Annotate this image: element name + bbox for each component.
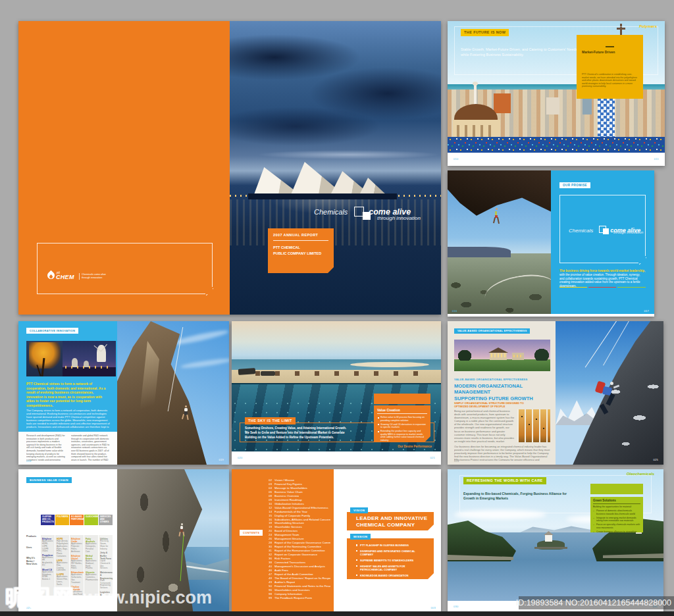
cover-report-line: 2007 ANNUAL REPORT: [273, 233, 334, 238]
refresh-tag: REFRESHING THE WORLD WITH CARE: [463, 477, 546, 484]
future-caption-2: while Fostering Business Sustainability.: [461, 53, 524, 57]
back-cover-page: ptt CHEM Chemicals come alive through in…: [18, 21, 230, 315]
green-bullets: Pioneer of domestic oleochemicals busine…: [593, 509, 640, 532]
future-box-body: PTT Chemical's combination in establishi…: [582, 73, 638, 88]
value-box-top: [374, 394, 430, 404]
promise-page: OUR PROMISE Chemicals come alive through…: [551, 170, 654, 317]
future-info-box: Market-Future Driven PTT Chemical's comb…: [577, 35, 643, 99]
modern-title: MODERN ORGANIZATIONAL MANAGEMENT SUPPORT…: [454, 383, 550, 401]
collab-col-2: nationwide and global R&D network throug…: [71, 434, 111, 461]
promise-body: The business driving force towards world…: [559, 269, 646, 288]
toc-row: 99 The Feedback Request Form: [266, 596, 330, 600]
page-number-left: 010: [454, 157, 459, 161]
vision-box: LEADER AND INNOVATIVE CHEMICAL COMPANY: [347, 512, 434, 530]
page-number-right: 021: [430, 456, 435, 459]
page-number-left: 016: [452, 309, 457, 313]
design-board: ptt CHEM Chemicals come alive through in…: [0, 0, 674, 616]
spread-collab: COLLABORATIVE INNOVATION PTT Chemical st…: [18, 321, 229, 465]
sky-tag: THE SKY IS THE LIMIT: [245, 417, 296, 424]
photo-overhang-climber: 016: [448, 170, 551, 317]
vision-line-1: LEADER AND INNOVATIVE: [356, 515, 434, 522]
brand-through: through innovation: [377, 215, 421, 221]
footer-strip: 020 021: [232, 451, 441, 465]
mission-item: Supreme benefits to stakeholders: [356, 559, 428, 562]
photo-park-guell: THE FUTURE IS NOW Stable Growth, Market-…: [448, 21, 665, 153]
mission-item: PTT flagship in olefins business: [356, 544, 428, 547]
stock-id-text: ID:19893584 NO:20160412165444828000: [516, 598, 671, 607]
mission-item: Knowledge-based organization: [356, 574, 428, 577]
vc-row-labels: ProductsUsesWhy It's Better / New Uses: [26, 535, 39, 574]
mission-box: PTT flagship in olefins businessDiversif…: [347, 538, 434, 579]
page-number-right: 011: [654, 157, 659, 161]
modern-para-1: Being our petrochemical and chemical bus…: [454, 409, 515, 444]
mission-item: Diversified and integrated chemical comp…: [356, 550, 428, 556]
green-box-intro: Building the opportunities for material:: [593, 505, 640, 509]
stock-id-bar: ID:19893584 NO:20160412165444828000: [519, 596, 674, 609]
green-box: Green Solutions Building the opportuniti…: [590, 497, 643, 532]
brand-chemicals: Chemicals: [314, 208, 348, 216]
nipic-site-name: 昵图网: [5, 585, 76, 609]
future-tag: THE FUTURE IS NOW: [461, 29, 509, 36]
mission-tag: MISSION: [350, 534, 371, 540]
brand-square-solid-icon: [363, 212, 371, 220]
toc-list: 02 Vision / Mission 03 Financial Key Fig…: [266, 478, 330, 605]
photo-birch-trees: [517, 409, 550, 442]
spread-modern: VALUE-BASED ORGANIZATIONAL EFFECTIVENESS…: [448, 321, 663, 465]
cover-company-2: PUBLIC COMPANY LIMITED: [273, 251, 334, 256]
valuechain-tag: BUSINESS VALUE CHAIN: [26, 477, 72, 483]
promise-tag: OUR PROMISE: [559, 182, 590, 188]
section-oleochemicals: Oleochemicals: [627, 472, 654, 476]
page-number-left: 024: [454, 459, 459, 463]
page-number-left: 020: [238, 456, 243, 459]
modern-eyebrow: VALUE-BASED ORGANIZATIONAL EFFECTIVENESS: [454, 378, 528, 381]
page-number-left: 018: [26, 459, 32, 463]
modern-subhead: SIMPLY ORGANIZATIONAL STRUCTURE DESIGNED…: [454, 401, 524, 408]
contents-page: CONTENTS 02 Vision / Mission 03 Financia…: [232, 469, 334, 613]
cover-badge: 2007 ANNUAL REPORT PTT CHEMICAL PUBLIC C…: [268, 228, 334, 273]
spread-cover: ptt CHEM Chemicals come alive through in…: [18, 21, 441, 315]
sky-caption-2: We Seek to Grow and Venture into the Int…: [245, 431, 344, 435]
sky-note: Our Desire Performance: [398, 445, 432, 449]
rock-overhang: [448, 170, 551, 223]
collab-body: The Company strives to form a network of…: [26, 409, 111, 430]
collab-col-1: Research and development (R&D) for innov…: [26, 434, 66, 461]
footer-strip: 010 011: [448, 153, 665, 166]
spread-promise: 016 OUR PROMISE Chemicals come alive thr…: [448, 170, 654, 317]
photo-autumn-tree: [26, 341, 63, 376]
page-number-right: 017: [644, 309, 649, 313]
flame-icon: [47, 270, 55, 282]
vc-header-3: EO-BASED PERFORMANCE: [70, 515, 84, 525]
vision-page: VISION LEADER AND INNOVATIVE CHEMICAL CO…: [334, 469, 441, 613]
vc-header-2: POLYMERS: [55, 515, 69, 525]
modern-tag: VALUE-BASED ORGANIZATIONAL EFFECTIVENESS: [454, 328, 530, 334]
logo-tagline-2: through innovation: [82, 276, 102, 280]
page-number-right: 025: [653, 458, 658, 461]
rock-pinnacle: [117, 321, 229, 465]
section-polymers: Polymers: [639, 24, 657, 29]
page-number-right: 019: [219, 458, 224, 461]
collab-page: COLLABORATIVE INNOVATION PTT Chemical st…: [18, 321, 117, 465]
vc-header-4: OLEOCHEMICALS: [84, 515, 98, 525]
photo-infinity-pool: THE SKY IS THE LIMIT Something Onshore, …: [232, 321, 441, 451]
future-caption-1: Stable Growth, Market-Future Driven, and…: [461, 47, 577, 52]
vc-header-5: SERVICES AND OTHERS: [99, 515, 113, 525]
promise-lead: The business driving force towards world…: [559, 269, 645, 272]
refresh-caption-1: Expanding to Bio-based Chemicals, Forgin…: [463, 492, 567, 496]
photo-estate: [454, 340, 550, 371]
spread-contents: CONTENTS 02 Vision / Mission 03 Financia…: [232, 469, 441, 613]
tricolor-rule: [559, 287, 646, 288]
refresh-caption-2: Growth in Emerging Markets: [463, 496, 508, 500]
page-number-right: 003: [430, 606, 436, 609]
photo-mountaineer: 025: [556, 321, 663, 465]
logo-chem: CHEM: [56, 274, 74, 280]
collab-headline: PTT Chemical strives to form a network o…: [26, 382, 111, 408]
sky-caption-3: Building on the Value Added to Refine th…: [245, 436, 334, 440]
vision-tag: VISION: [350, 507, 368, 513]
sky-caption-1: Something Onshore, Creating Value, and A…: [245, 426, 346, 430]
spread-refresh: REFRESHING THE WORLD WITH CARE Oleochemi…: [448, 469, 663, 613]
value-bullets: Refine value to fill process flow focusi…: [377, 416, 427, 442]
mission-item: Highest sales and assets for petrochemic…: [356, 565, 428, 571]
spread-sky: THE SKY IS THE LIMIT Something Onshore, …: [232, 321, 441, 465]
sandbar: [350, 362, 429, 367]
photo-fjord: REFRESHING THE WORLD WITH CARE Oleochemi…: [448, 469, 663, 601]
